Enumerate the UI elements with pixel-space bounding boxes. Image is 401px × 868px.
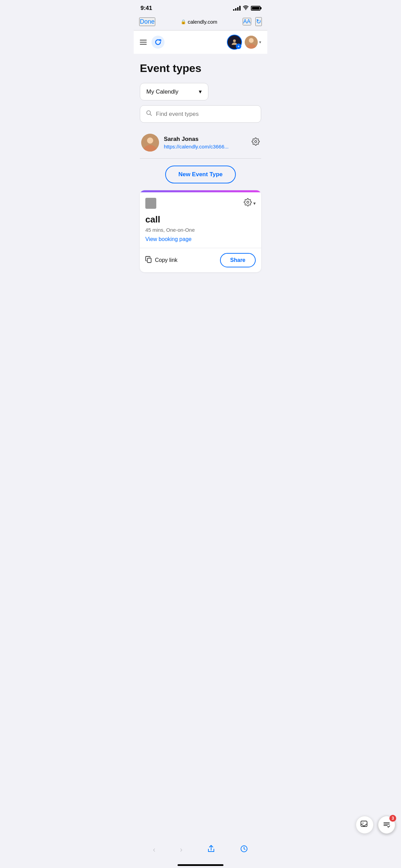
browser-bar: Done 🔒 calendly.com AA ↻ — [134, 14, 267, 31]
event-color-swatch — [145, 198, 156, 209]
chevron-down-icon: ▾ — [259, 40, 261, 45]
svg-rect-7 — [147, 258, 151, 263]
search-icon — [146, 110, 153, 118]
done-button[interactable]: Done — [139, 17, 155, 26]
avatar — [245, 36, 258, 49]
wifi-icon — [243, 5, 249, 11]
avatar-button[interactable]: ▾ — [245, 36, 261, 49]
signal-icon — [233, 6, 241, 11]
event-meta: 45 mins, One-on-One — [145, 227, 256, 233]
main-content: + ▾ Event types My Calendly ▾ — [134, 31, 267, 272]
page-title: Event types — [140, 62, 261, 75]
nav-left — [140, 36, 165, 49]
svg-point-6 — [147, 137, 153, 144]
status-time: 9:41 — [141, 5, 152, 12]
url-bar: 🔒 calendly.com — [181, 19, 217, 25]
user-row: Sarah Jonas https://calendly.com/c3666..… — [140, 130, 261, 156]
text-size-button[interactable]: AA — [243, 18, 251, 25]
copy-icon — [145, 256, 152, 265]
battery-icon — [251, 6, 260, 11]
add-user-button[interactable]: + — [227, 35, 242, 50]
page-content: Event types My Calendly ▾ — [134, 54, 267, 272]
status-bar: 9:41 — [134, 0, 267, 14]
browser-controls: AA ↻ — [243, 17, 262, 26]
event-chevron-icon: ▾ — [253, 201, 256, 206]
user-name: Sarah Jonas — [164, 136, 248, 143]
hamburger-menu[interactable] — [140, 40, 147, 45]
user-link[interactable]: https://calendly.com/c3666... — [164, 144, 248, 149]
event-card: ▾ call 45 mins, One-on-One View booking … — [140, 190, 261, 272]
user-avatar — [141, 134, 159, 152]
event-card-header: ▾ — [145, 198, 256, 209]
event-settings-button[interactable]: ▾ — [244, 198, 256, 208]
nav-bar: + ▾ — [134, 31, 267, 54]
copy-link-button[interactable]: Copy link — [145, 256, 178, 265]
divider — [140, 158, 261, 159]
lock-icon: 🔒 — [181, 19, 186, 24]
svg-point-1 — [233, 39, 236, 42]
svg-point-0 — [151, 36, 165, 49]
url-text: calendly.com — [188, 19, 217, 25]
view-booking-page-link[interactable]: View booking page — [145, 236, 256, 242]
status-icons — [233, 5, 260, 11]
dropdown-label: My Calendly — [146, 88, 179, 95]
my-calendly-dropdown[interactable]: My Calendly ▾ — [140, 83, 208, 100]
new-event-type-button[interactable]: New Event Type — [165, 166, 235, 183]
search-container — [140, 105, 261, 123]
share-button[interactable]: Share — [220, 253, 256, 267]
calendly-logo[interactable] — [151, 36, 165, 49]
event-card-body: ▾ call 45 mins, One-on-One View booking … — [140, 192, 261, 242]
user-settings-icon[interactable] — [252, 137, 260, 148]
event-gear-icon — [244, 198, 252, 208]
add-badge: + — [236, 44, 241, 49]
nav-right: + ▾ — [227, 35, 261, 50]
refresh-button[interactable]: ↻ — [255, 17, 262, 26]
event-card-footer: Copy link Share — [140, 248, 261, 272]
svg-point-3 — [249, 38, 254, 43]
user-info: Sarah Jonas https://calendly.com/c3666..… — [164, 136, 248, 149]
dropdown-arrow-icon: ▾ — [199, 88, 202, 95]
search-input[interactable] — [156, 111, 255, 118]
event-title: call — [145, 214, 256, 225]
copy-link-label: Copy link — [155, 257, 178, 263]
